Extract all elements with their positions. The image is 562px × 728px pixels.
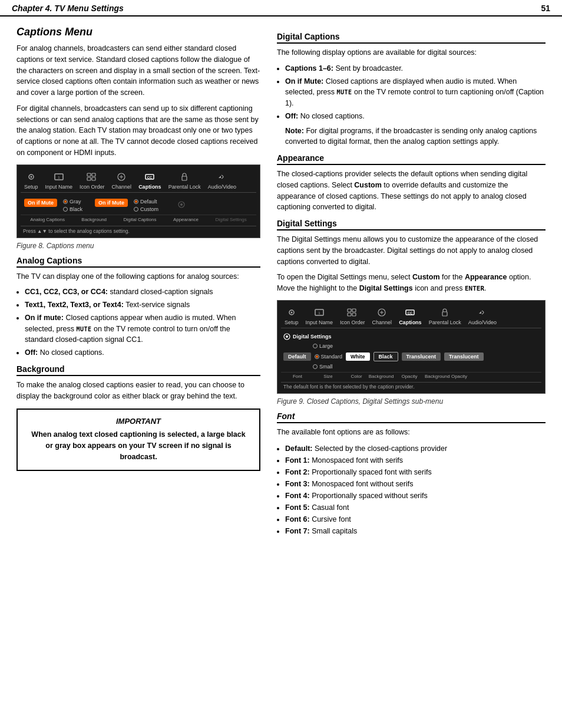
- ds-submenu-title: Digital Settings: [281, 332, 541, 341]
- ds-captions-icon: CC: [404, 307, 416, 318]
- ds-labels-row: Font Size Color Background Opacity Backg…: [281, 372, 541, 380]
- font-section-header: Font: [277, 411, 546, 423]
- list-item-off: Off: No closed captions.: [25, 347, 260, 358]
- font-item-7: Font 7: Small capitals: [285, 525, 546, 537]
- tv-menu-topbar1: Setup 1 Input Name Icon Order: [21, 169, 256, 193]
- custom-radio-dot: [134, 207, 138, 212]
- black-radio-dot: [63, 207, 68, 212]
- digital-captions-section-header: Digital Captions: [277, 32, 546, 44]
- main-title: Captions Menu: [16, 26, 260, 38]
- font-item-4: Font 4: Proportionally spaced without se…: [285, 490, 546, 502]
- ds-tab-audiovideo: Audio/Video: [468, 307, 497, 325]
- ds-tab-parentallock: Parental Lock: [429, 307, 461, 325]
- tab-audiovideo: Audio/Video: [208, 171, 236, 190]
- default-radio: Default: [134, 199, 157, 205]
- ds-small-row: Small: [281, 363, 541, 371]
- digital-captions-note: Note: For digital programs, if the broad…: [285, 126, 546, 148]
- appearance-section-header: Appearance: [277, 153, 546, 165]
- page: Chapter 4. TV Menu Settings 51 Captions …: [0, 0, 562, 728]
- font-item-3: Font 3: Monospaced font without serifs: [285, 478, 546, 490]
- background-body: To make the analog closed captions easie…: [16, 380, 260, 402]
- tv-menu-topbar2: Setup 1 Input Name Icon Order: [281, 304, 541, 328]
- list-item-onifmute: On if mute: Closed captions appear when …: [25, 312, 260, 345]
- analog-captions-list: CC1, CC2, CC3, or CC4: standard closed-c…: [25, 286, 260, 358]
- tv-menu-bottom-note1: Press ▲▼ to select the analog captions s…: [21, 226, 256, 234]
- digital-captions-list: Captions 1–6: Sent by broadcaster. On if…: [285, 63, 546, 122]
- ds-inputname-icon: 1: [313, 307, 326, 318]
- svg-text:CC: CC: [408, 311, 413, 315]
- font-body: The available font options are as follow…: [277, 427, 546, 438]
- tab-parentallock: Parental Lock: [168, 171, 201, 190]
- list-item-onifmute-digital: On if Mute: Closed captions are displaye…: [285, 76, 546, 109]
- tab-captions[interactable]: CC Captions: [138, 171, 161, 190]
- ds-default-btn: Default: [283, 353, 311, 361]
- ds-black-cell: Black: [373, 352, 398, 361]
- ds-tab-iconorder: Icon Order: [340, 307, 365, 325]
- gray-radio-dot: [63, 199, 68, 204]
- iconorder-icon: [85, 171, 98, 183]
- tab-iconorder: Icon Order: [80, 171, 105, 190]
- appearance-col: Default Custom: [134, 199, 163, 212]
- ds-tab-channel: Channel: [372, 307, 392, 325]
- svg-rect-5: [92, 173, 95, 176]
- list-item-text: Text1, Text2, Text3, or Text4: Text-serv…: [25, 299, 260, 311]
- tv-menu-figure1: Setup 1 Input Name Icon Order: [16, 164, 260, 238]
- important-body: When analog text closed captioning is se…: [27, 429, 250, 462]
- digital-on-if-mute-btn: On if Mute: [95, 199, 128, 207]
- ds-tab-setup: Setup: [285, 307, 299, 325]
- svg-rect-21: [352, 313, 356, 316]
- svg-point-13: [180, 203, 183, 206]
- svg-text:1: 1: [58, 176, 60, 179]
- header-title: Chapter 4. TV Menu Settings: [12, 4, 124, 13]
- left-column: Captions Menu For analog channels, broad…: [0, 26, 271, 728]
- ds-audiovideo-icon: [476, 307, 489, 318]
- digital-settings-body2: To open the Digital Settings menu, selec…: [277, 272, 546, 294]
- tab-setup: Setup: [24, 171, 38, 190]
- digital-settings-section-header: Digital Settings: [277, 219, 546, 230]
- right-column: Digital Captions The following display o…: [271, 26, 562, 728]
- important-title: IMPORTANT: [27, 417, 250, 426]
- channel-icon: [115, 171, 128, 183]
- ds-tab-captions[interactable]: CC Captions: [399, 307, 422, 325]
- page-header: Chapter 4. TV Menu Settings 51: [0, 0, 562, 17]
- svg-rect-20: [348, 313, 351, 316]
- figure1-caption: Figure 8. Captions menu: [16, 242, 260, 250]
- analog-captions-section-header: Analog Captions: [16, 256, 260, 268]
- font-item-5: Font 5: Casual font: [285, 502, 546, 513]
- figure2-caption: Figure 9. Closed Captions, Digital Setti…: [277, 397, 546, 406]
- svg-point-1: [30, 176, 32, 177]
- important-box: IMPORTANT When analog text closed captio…: [16, 409, 260, 470]
- appearance-body: The closed-captions provider selects the…: [277, 169, 546, 213]
- page-number: 51: [541, 4, 550, 13]
- svg-rect-7: [92, 177, 95, 180]
- small-radio-dot: [313, 364, 318, 369]
- tv-col-labels1: Analog Captions Background Digital Capti…: [21, 215, 256, 223]
- audiovideo-icon: [216, 171, 229, 183]
- svg-rect-11: [182, 176, 187, 180]
- list-item-captions16: Captions 1–6: Sent by broadcaster.: [285, 63, 546, 74]
- analog-captions-col: On if Mute: [22, 199, 59, 207]
- ds-translucent-cell: Translucent: [402, 353, 441, 361]
- ds-main-row: Default Standard White Black Translucent…: [281, 351, 541, 363]
- ds-setup-icon: [285, 307, 298, 318]
- ds-tab-inputname: 1 Input Name: [306, 307, 333, 325]
- svg-point-27: [286, 335, 288, 338]
- gray-radio: Gray: [63, 199, 81, 205]
- tab-channel: Channel: [112, 171, 132, 190]
- intro-para1: For analog channels, broadcasters can se…: [16, 43, 260, 98]
- ds-parentallock-icon: [438, 307, 451, 318]
- list-item-off-digital: Off: No closed captions.: [285, 111, 546, 122]
- ds-iconorder-icon: [346, 307, 359, 318]
- standard-radio: Standard: [315, 354, 343, 360]
- svg-rect-18: [348, 309, 351, 312]
- svg-rect-6: [87, 177, 91, 180]
- digital-settings-body1: The Digital Settings menu allows you to …: [277, 234, 546, 267]
- black-radio: Black: [63, 206, 82, 212]
- large-radio-dot: [313, 344, 318, 348]
- svg-text:CC: CC: [147, 176, 153, 179]
- ds-white-cell: White: [346, 353, 370, 361]
- svg-rect-4: [87, 173, 91, 176]
- font-item-default: Default: Selected by the closed-captions…: [285, 443, 546, 454]
- list-item-cc: CC1, CC2, CC3, or CC4: standard closed-c…: [25, 286, 260, 298]
- digital-captions-body: The following display options are availa…: [277, 47, 546, 58]
